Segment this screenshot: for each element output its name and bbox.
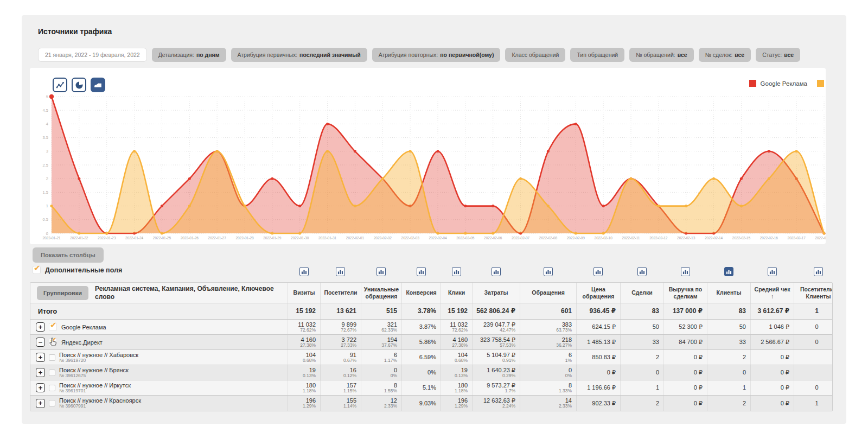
filter-chip[interactable]: № сделок:все (699, 48, 751, 62)
date-range-input[interactable]: 21 января, 2022 - 19 февраля, 2022 (38, 48, 147, 62)
filter-bar: 21 января, 2022 - 19 февраля, 2022 Детал… (38, 48, 800, 62)
row-campaign-id: № 39607991 (59, 404, 141, 409)
data-cell: 3.87% (402, 320, 441, 334)
filter-chip[interactable]: Тип обращений (570, 48, 624, 62)
data-cell: 4 16027.38% (288, 335, 321, 349)
data-cell: 0 ₽ (664, 365, 707, 380)
pie-chart-icon[interactable] (72, 78, 86, 92)
data-cell: 6.59% (402, 350, 441, 365)
bar-chart-icon[interactable] (768, 267, 777, 276)
column-header[interactable]: Клики (441, 283, 473, 303)
svg-text:2022-02-02: 2022-02-02 (374, 236, 392, 240)
collapse-button[interactable]: − (36, 338, 45, 347)
data-cell (794, 365, 833, 380)
svg-text:2022-02-18: 2022-02-18 (815, 236, 826, 240)
totals-row: Итого15 19213 6215153.78%15 192562 806.2… (30, 303, 832, 320)
data-cell: 5.86% (402, 335, 441, 349)
column-header[interactable]: Обращения (520, 283, 577, 303)
data-cell: 3 72227.33% (321, 335, 361, 349)
row-checkbox[interactable] (49, 370, 55, 376)
data-cell: 2 (621, 350, 664, 365)
data-cell: 160.12% (321, 365, 361, 380)
data-cell: 33 (707, 335, 751, 349)
line-chart-icon[interactable] (53, 78, 67, 92)
bar-chart-icon[interactable] (376, 267, 386, 276)
column-header[interactable]: Конверсия (402, 283, 441, 303)
column-header[interactable]: Цена обращения (577, 283, 621, 303)
svg-text:2022-01-29: 2022-01-29 (263, 236, 282, 240)
expand-button[interactable]: + (36, 368, 45, 377)
filter-chip[interactable]: Атрибуция первичных:последний значимый (231, 48, 367, 62)
expand-button[interactable]: + (36, 383, 45, 392)
expand-button[interactable]: + (36, 399, 45, 408)
data-cell: 9 573.27 ₽1.7% (473, 380, 520, 395)
column-header[interactable]: Затраты (473, 283, 520, 303)
data-cell: 33 (621, 335, 664, 349)
filter-chip[interactable]: Атрибуция повторных:по первичной(ому) (372, 48, 501, 62)
svg-text:2022-02-13: 2022-02-13 (677, 236, 695, 240)
row-checkbox[interactable] (49, 400, 55, 406)
bar-chart-icon[interactable] (681, 267, 690, 276)
legend-item[interactable]: Google Реклама (749, 80, 813, 87)
data-cell: 0 (794, 320, 833, 334)
bar-chart-icon[interactable] (724, 267, 733, 276)
bar-chart-icon[interactable] (452, 267, 461, 276)
column-header[interactable]: Сделки (621, 283, 664, 303)
area-chart-icon[interactable] (91, 78, 105, 92)
bar-chart-icon[interactable] (417, 267, 426, 276)
data-cell: 624.15 ₽ (577, 320, 621, 334)
svg-text:2022-02-11: 2022-02-11 (622, 236, 640, 240)
data-cell: 00% (520, 365, 577, 380)
data-cell: 850.83 ₽ (577, 350, 621, 365)
table-row: +Поиск // нужное // Брянск№ 39612675190.… (30, 365, 832, 380)
column-header[interactable]: Средний чек ↑ (751, 283, 794, 303)
column-header[interactable]: Клиенты (707, 283, 751, 303)
column-header[interactable]: Посетители / Клиенты (794, 283, 833, 303)
data-cell: 84 700 ₽ (664, 335, 707, 349)
groupings-button[interactable]: Группировки (37, 286, 88, 300)
data-cell: 61.17% (361, 350, 402, 365)
check-icon: ✔ (50, 320, 57, 330)
traffic-sources-panel: Источники трафика 21 января, 2022 - 19 ф… (22, 15, 846, 424)
filter-chip[interactable]: Детализация:по дням (152, 48, 226, 62)
bar-chart-icon[interactable] (336, 267, 345, 276)
show-columns-button[interactable]: Показать столбцы (33, 247, 104, 263)
bar-chart-icon[interactable] (593, 267, 603, 276)
svg-text:2022-01-27: 2022-01-27 (208, 236, 227, 240)
expand-button[interactable]: + (36, 322, 45, 332)
svg-text:2: 2 (46, 176, 48, 181)
bar-chart-icon[interactable] (814, 267, 823, 276)
data-cell: 1801.18% (441, 380, 473, 395)
totals-cell: 83 (621, 303, 664, 319)
column-header[interactable]: Визиты (288, 283, 321, 303)
bar-chart-icon[interactable] (299, 267, 309, 276)
svg-text:2.5: 2.5 (43, 163, 48, 168)
data-cell: 38363.73% (520, 320, 577, 334)
row-checkbox[interactable] (49, 385, 55, 391)
column-icons-row (30, 264, 833, 279)
legend-item[interactable] (817, 80, 824, 87)
svg-text:2022-02-03: 2022-02-03 (401, 236, 420, 240)
row-checkbox[interactable]: ✔ (49, 323, 57, 331)
column-header[interactable]: Уникальные обращения (361, 283, 402, 303)
bar-chart-icon[interactable] (492, 267, 501, 276)
filter-chip[interactable]: № обращений:все (629, 48, 693, 62)
row-checkbox[interactable] (49, 354, 55, 361)
totals-cell: 3 612.67 ₽ (751, 303, 794, 319)
column-header[interactable]: Выручка по сделкам (664, 283, 707, 303)
bar-chart-icon[interactable] (637, 267, 647, 276)
row-name-cell: +Поиск // нужное // Хабаровск№ 39619720 (30, 350, 288, 365)
extra-fields-checkbox[interactable]: ✔ (33, 266, 41, 274)
data-cell: 239 047.7 ₽42.47% (473, 320, 520, 334)
svg-text:0: 0 (46, 231, 48, 236)
data-cell (794, 350, 833, 365)
data-cell: 1551.14% (321, 396, 361, 411)
filter-chip[interactable]: Статус:все (756, 48, 800, 62)
data-cell: 52 300 ₽ (664, 320, 707, 334)
column-header[interactable]: Посетители (321, 283, 361, 303)
expand-button[interactable]: + (36, 353, 45, 362)
bar-chart-icon[interactable] (544, 267, 553, 276)
filter-chip[interactable]: Класс обращений (505, 48, 565, 62)
svg-text:2022-01-23: 2022-01-23 (98, 236, 116, 240)
totals-cell: 13 621 (321, 303, 361, 319)
